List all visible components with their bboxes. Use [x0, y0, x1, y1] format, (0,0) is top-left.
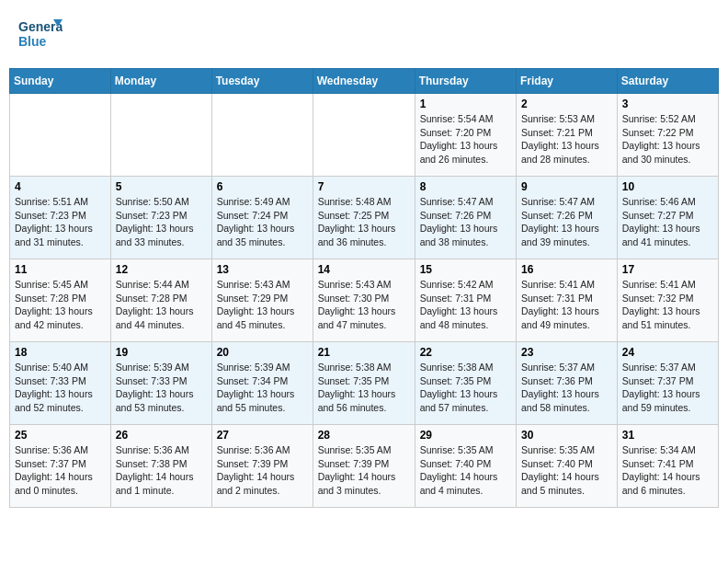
calendar-day-cell: 22Sunrise: 5:38 AM Sunset: 7:35 PM Dayli…: [415, 342, 516, 425]
day-number: 12: [116, 263, 207, 276]
day-info: Sunrise: 5:36 AM Sunset: 7:37 PM Dayligh…: [15, 443, 106, 498]
day-number: 21: [318, 346, 410, 359]
day-info: Sunrise: 5:44 AM Sunset: 7:28 PM Dayligh…: [116, 278, 207, 332]
day-info: Sunrise: 5:43 AM Sunset: 7:29 PM Dayligh…: [217, 278, 308, 332]
weekday-header: Wednesday: [313, 69, 415, 94]
calendar-day-cell: 17Sunrise: 5:41 AM Sunset: 7:32 PM Dayli…: [617, 259, 718, 342]
calendar-day-cell: 5Sunrise: 5:50 AM Sunset: 7:23 PM Daylig…: [110, 177, 211, 259]
day-number: 20: [217, 346, 308, 359]
day-number: 26: [116, 429, 207, 442]
weekday-header: Thursday: [415, 69, 516, 94]
calendar-day-cell: 19Sunrise: 5:39 AM Sunset: 7:33 PM Dayli…: [110, 342, 211, 425]
day-number: 7: [318, 180, 410, 193]
calendar-day-cell: [10, 94, 111, 177]
calendar-day-cell: 12Sunrise: 5:44 AM Sunset: 7:28 PM Dayli…: [110, 259, 211, 342]
day-info: Sunrise: 5:34 AM Sunset: 7:41 PM Dayligh…: [622, 443, 713, 498]
calendar-day-cell: 30Sunrise: 5:35 AM Sunset: 7:40 PM Dayli…: [517, 425, 618, 508]
day-info: Sunrise: 5:41 AM Sunset: 7:31 PM Dayligh…: [521, 278, 612, 332]
day-info: Sunrise: 5:54 AM Sunset: 7:20 PM Dayligh…: [420, 112, 511, 167]
day-number: 24: [622, 346, 713, 359]
calendar-day-cell: 23Sunrise: 5:37 AM Sunset: 7:36 PM Dayli…: [517, 342, 618, 425]
day-info: Sunrise: 5:37 AM Sunset: 7:36 PM Dayligh…: [521, 361, 612, 415]
day-number: 15: [420, 263, 511, 276]
logo-icon: General Blue: [18, 14, 63, 54]
weekday-header: Friday: [517, 69, 618, 94]
day-number: 23: [521, 346, 612, 359]
calendar-day-cell: 8Sunrise: 5:47 AM Sunset: 7:26 PM Daylig…: [415, 177, 516, 259]
day-number: 28: [318, 429, 410, 442]
day-number: 4: [15, 180, 106, 193]
day-info: Sunrise: 5:48 AM Sunset: 7:25 PM Dayligh…: [318, 195, 410, 249]
calendar-day-cell: 11Sunrise: 5:45 AM Sunset: 7:28 PM Dayli…: [10, 259, 111, 342]
calendar-week-row: 4Sunrise: 5:51 AM Sunset: 7:23 PM Daylig…: [10, 177, 719, 259]
calendar-week-row: 11Sunrise: 5:45 AM Sunset: 7:28 PM Dayli…: [10, 259, 719, 342]
calendar-day-cell: [313, 94, 415, 177]
day-number: 3: [622, 98, 713, 110]
calendar-day-cell: 13Sunrise: 5:43 AM Sunset: 7:29 PM Dayli…: [211, 259, 313, 342]
day-info: Sunrise: 5:40 AM Sunset: 7:33 PM Dayligh…: [15, 361, 106, 415]
day-info: Sunrise: 5:39 AM Sunset: 7:34 PM Dayligh…: [217, 361, 308, 415]
calendar-day-cell: 4Sunrise: 5:51 AM Sunset: 7:23 PM Daylig…: [10, 177, 111, 259]
day-info: Sunrise: 5:35 AM Sunset: 7:39 PM Dayligh…: [318, 443, 410, 498]
calendar-day-cell: 21Sunrise: 5:38 AM Sunset: 7:35 PM Dayli…: [313, 342, 415, 425]
day-info: Sunrise: 5:37 AM Sunset: 7:37 PM Dayligh…: [622, 361, 713, 415]
calendar-day-cell: 3Sunrise: 5:52 AM Sunset: 7:22 PM Daylig…: [617, 94, 718, 177]
day-info: Sunrise: 5:36 AM Sunset: 7:38 PM Dayligh…: [116, 443, 207, 498]
day-number: 1: [420, 98, 511, 110]
day-info: Sunrise: 5:51 AM Sunset: 7:23 PM Dayligh…: [15, 195, 106, 249]
day-number: 16: [521, 263, 612, 276]
calendar-week-row: 1Sunrise: 5:54 AM Sunset: 7:20 PM Daylig…: [10, 94, 719, 177]
day-number: 14: [318, 263, 410, 276]
calendar-day-cell: 1Sunrise: 5:54 AM Sunset: 7:20 PM Daylig…: [415, 94, 516, 177]
day-info: Sunrise: 5:42 AM Sunset: 7:31 PM Dayligh…: [420, 278, 511, 332]
weekday-header: Saturday: [617, 69, 718, 94]
calendar-week-row: 18Sunrise: 5:40 AM Sunset: 7:33 PM Dayli…: [10, 342, 719, 425]
day-number: 2: [521, 98, 612, 110]
day-info: Sunrise: 5:38 AM Sunset: 7:35 PM Dayligh…: [318, 361, 410, 415]
svg-text:Blue: Blue: [18, 34, 47, 49]
day-info: Sunrise: 5:43 AM Sunset: 7:30 PM Dayligh…: [318, 278, 410, 332]
day-info: Sunrise: 5:46 AM Sunset: 7:27 PM Dayligh…: [622, 195, 713, 249]
calendar-day-cell: 26Sunrise: 5:36 AM Sunset: 7:38 PM Dayli…: [110, 425, 211, 508]
day-number: 11: [15, 263, 106, 276]
weekday-header: Tuesday: [211, 69, 313, 94]
calendar-day-cell: 10Sunrise: 5:46 AM Sunset: 7:27 PM Dayli…: [617, 177, 718, 259]
calendar-day-cell: 2Sunrise: 5:53 AM Sunset: 7:21 PM Daylig…: [517, 94, 618, 177]
day-number: 17: [622, 263, 713, 276]
day-info: Sunrise: 5:36 AM Sunset: 7:39 PM Dayligh…: [217, 443, 308, 498]
calendar-day-cell: 20Sunrise: 5:39 AM Sunset: 7:34 PM Dayli…: [211, 342, 313, 425]
calendar-day-cell: 15Sunrise: 5:42 AM Sunset: 7:31 PM Dayli…: [415, 259, 516, 342]
day-info: Sunrise: 5:41 AM Sunset: 7:32 PM Dayligh…: [622, 278, 713, 332]
calendar-day-cell: [211, 94, 313, 177]
calendar-day-cell: 16Sunrise: 5:41 AM Sunset: 7:31 PM Dayli…: [517, 259, 618, 342]
day-info: Sunrise: 5:35 AM Sunset: 7:40 PM Dayligh…: [420, 443, 511, 498]
day-number: 30: [521, 429, 612, 442]
weekday-header: Monday: [110, 69, 211, 94]
calendar-day-cell: 31Sunrise: 5:34 AM Sunset: 7:41 PM Dayli…: [617, 425, 718, 508]
day-number: 29: [420, 429, 511, 442]
calendar-day-cell: 24Sunrise: 5:37 AM Sunset: 7:37 PM Dayli…: [617, 342, 718, 425]
calendar-day-cell: 14Sunrise: 5:43 AM Sunset: 7:30 PM Dayli…: [313, 259, 415, 342]
calendar-day-cell: 25Sunrise: 5:36 AM Sunset: 7:37 PM Dayli…: [10, 425, 111, 508]
day-info: Sunrise: 5:35 AM Sunset: 7:40 PM Dayligh…: [521, 443, 612, 498]
calendar-day-cell: 18Sunrise: 5:40 AM Sunset: 7:33 PM Dayli…: [10, 342, 111, 425]
calendar-day-cell: 6Sunrise: 5:49 AM Sunset: 7:24 PM Daylig…: [211, 177, 313, 259]
calendar-table: SundayMondayTuesdayWednesdayThursdayFrid…: [9, 68, 719, 508]
day-number: 10: [622, 180, 713, 193]
day-info: Sunrise: 5:47 AM Sunset: 7:26 PM Dayligh…: [420, 195, 511, 249]
logo: General Blue: [18, 14, 63, 54]
day-number: 6: [217, 180, 308, 193]
calendar-day-cell: 28Sunrise: 5:35 AM Sunset: 7:39 PM Dayli…: [313, 425, 415, 508]
day-number: 18: [15, 346, 106, 359]
day-info: Sunrise: 5:38 AM Sunset: 7:35 PM Dayligh…: [420, 361, 511, 415]
day-info: Sunrise: 5:39 AM Sunset: 7:33 PM Dayligh…: [116, 361, 207, 415]
page-header: General Blue: [9, 9, 719, 59]
day-number: 13: [217, 263, 308, 276]
day-info: Sunrise: 5:53 AM Sunset: 7:21 PM Dayligh…: [521, 112, 612, 167]
calendar-day-cell: 9Sunrise: 5:47 AM Sunset: 7:26 PM Daylig…: [517, 177, 618, 259]
day-number: 9: [521, 180, 612, 193]
day-number: 25: [15, 429, 106, 442]
day-number: 8: [420, 180, 511, 193]
weekday-header: Sunday: [10, 69, 111, 94]
calendar-day-cell: 7Sunrise: 5:48 AM Sunset: 7:25 PM Daylig…: [313, 177, 415, 259]
